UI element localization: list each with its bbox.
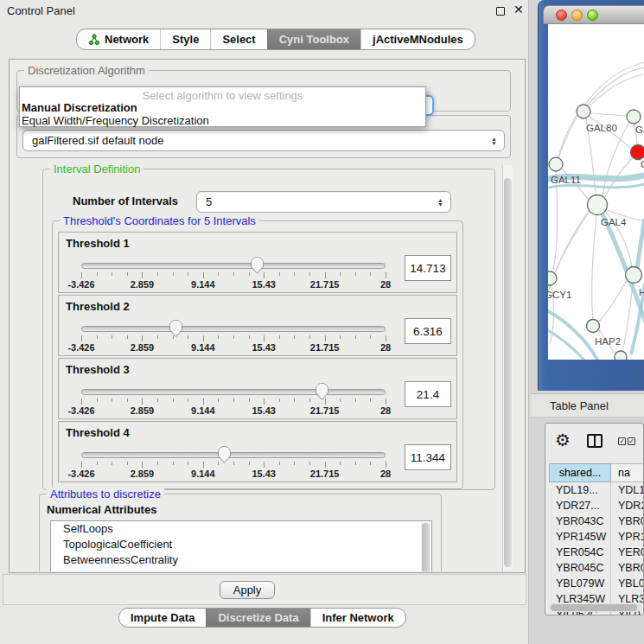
threshold-4-value-field[interactable]: 11.344 — [405, 444, 451, 470]
network-node-label: H — [639, 287, 644, 297]
network-canvas[interactable]: GAL80GACGAL11GAL4GCY1HHAP2 — [548, 24, 644, 360]
tab-select[interactable]: Select — [210, 29, 266, 49]
network-node-ga[interactable] — [627, 110, 641, 124]
cyni-mode-tabs: Impute Data Discretize Data Infer Networ… — [118, 608, 406, 628]
name-cell[interactable]: YBL0 — [611, 576, 644, 591]
threshold-1-label: Threshold 1 — [66, 237, 130, 250]
node-table: ⚙ ✓ ✓ shared... na YDL19...YDL1YDR27...Y… — [545, 423, 644, 615]
shared-name-cell[interactable]: YDR27... — [549, 498, 611, 513]
threshold-1-tick-labels: -3.4262.8599.14415.4321.71528 — [81, 279, 386, 290]
list-item[interactable]: TopologicalCoefficient — [51, 537, 431, 552]
shared-name-cell[interactable]: YPR145W — [549, 529, 611, 545]
network-node-gal80[interactable] — [577, 105, 590, 118]
table-row[interactable]: YBR043CYBR0 — [549, 513, 644, 529]
network-node-gal4[interactable] — [588, 195, 608, 215]
threshold-2-slider-track[interactable] — [81, 326, 386, 332]
table-row[interactable]: YER054CYER0 — [549, 545, 644, 560]
tab-network[interactable]: Network — [77, 29, 160, 49]
threshold-3-value-field[interactable]: 21.4 — [405, 381, 451, 407]
shared-name-cell[interactable]: YBR045C — [549, 560, 611, 576]
table-row[interactable]: YBR045CYBR0 — [549, 560, 644, 576]
name-cell[interactable]: YDR2 — [611, 498, 644, 513]
algorithm-option-manual[interactable]: Manual Discretization — [20, 100, 425, 113]
table-panel-titlebar: Table Panel — [531, 393, 644, 418]
threshold-3-slider-track[interactable] — [81, 389, 386, 395]
network-edge[interactable] — [590, 113, 627, 116]
tab-style[interactable]: Style — [160, 29, 210, 49]
list-item[interactable]: SelfLoops — [51, 521, 431, 537]
tab-jactivemnodules[interactable]: jActiveMNodules — [360, 29, 475, 49]
name-cell[interactable]: YPR1 — [611, 529, 644, 545]
column-header-shared-name[interactable]: shared... — [549, 463, 611, 482]
network-node-gal11[interactable] — [549, 157, 563, 171]
algorithm-group-title: Discretization Algorithm — [24, 64, 149, 77]
close-icon[interactable]: ✕ — [513, 3, 524, 16]
threshold-2-label: Threshold 2 — [66, 300, 130, 313]
list-scrollbar-thumb[interactable] — [422, 523, 430, 571]
apply-button[interactable]: Apply — [220, 581, 275, 599]
network-edge-highlighted[interactable] — [637, 219, 644, 268]
name-cell[interactable]: YER0 — [611, 545, 644, 560]
tab-impute-data[interactable]: Impute Data — [119, 609, 206, 627]
shared-name-cell[interactable]: YDL19... — [549, 482, 611, 498]
column-header-name[interactable]: na — [611, 463, 644, 482]
network-window-titlebar[interactable] — [543, 5, 644, 24]
axis-tick-label: 9.144 — [191, 342, 215, 353]
axis-tick-label: 28 — [380, 342, 391, 353]
name-cell[interactable]: YDL1 — [611, 482, 644, 498]
network-node-hap2[interactable] — [587, 320, 600, 333]
table-row[interactable]: YDR27...YDR2 — [549, 498, 644, 513]
shared-name-cell[interactable]: YBL079W — [549, 576, 611, 591]
name-cell[interactable]: YBR0 — [611, 560, 644, 576]
shared-name-cell[interactable]: YBR043C — [549, 513, 611, 529]
vertical-scrollbar — [502, 165, 513, 571]
zoom-traffic-light-icon[interactable] — [587, 10, 598, 21]
close-traffic-light-icon[interactable] — [556, 10, 567, 21]
tab-discretize-data[interactable]: Discretize Data — [206, 609, 309, 627]
minimize-traffic-light-icon[interactable] — [571, 10, 583, 21]
name-cell[interactable]: YBR0 — [611, 513, 644, 529]
threshold-2-value-field[interactable]: 6.316 — [405, 318, 451, 344]
network-edge[interactable] — [592, 215, 596, 319]
checkbox-filter-icons[interactable]: ✓ ✓ — [618, 437, 635, 445]
float-window-icon[interactable] — [496, 7, 505, 16]
threshold-4-ticks — [81, 462, 386, 469]
table-row[interactable]: YDL19...YDL1 — [549, 482, 644, 498]
checkbox-icon: ✓ — [618, 437, 626, 445]
gear-icon[interactable]: ⚙ — [555, 430, 571, 450]
network-edge-highlighted[interactable] — [548, 328, 587, 360]
control-panel-tabs: Network Style Select Cyni Toolbox jActiv… — [76, 29, 475, 50]
network-edge[interactable] — [622, 284, 633, 351]
number-of-intervals-combobox[interactable]: 5 ▲▼ — [196, 191, 451, 213]
table-rows: YDL19...YDL1YDR27...YDR2YBR043CYBR0YPR14… — [549, 482, 644, 615]
threshold-1-value-field[interactable]: 14.713 — [405, 255, 451, 281]
network-node-h[interactable] — [626, 267, 642, 284]
tab-cyni-toolbox[interactable]: Cyni Toolbox — [267, 29, 360, 49]
split-column-icon[interactable] — [587, 434, 603, 448]
threshold-4-slider-track[interactable] — [81, 452, 386, 458]
threshold-1-slider-track[interactable] — [81, 263, 386, 269]
network-node-partial[interactable] — [615, 351, 627, 360]
axis-tick-label: 21.715 — [310, 279, 340, 290]
network-node-label: GAL11 — [551, 175, 581, 185]
threshold-3-ticks — [81, 399, 386, 405]
network-node-label: GA — [635, 124, 644, 135]
tab-infer-network[interactable]: Infer Network — [310, 609, 405, 627]
threshold-2-ticks — [81, 335, 386, 342]
list-item[interactable]: BetweennessCentrality — [51, 552, 431, 568]
network-edge[interactable] — [548, 213, 589, 301]
algorithm-option-equal-width[interactable]: Equal Width/Frequency Discretization — [20, 113, 425, 126]
threshold-4-panel: Threshold 4 -3.4262.8599.14415.4321.7152… — [58, 421, 457, 482]
vertical-scrollbar-thumb[interactable] — [504, 178, 512, 567]
network-node-c[interactable] — [631, 145, 644, 160]
tab-jactivemnodules-label: jActiveMNodules — [373, 33, 463, 46]
network-edge[interactable] — [599, 280, 627, 322]
axis-tick-label: 15.43 — [252, 405, 276, 416]
table-data-combobox[interactable]: galFiltered.sif default node ▲▼ — [22, 130, 505, 151]
table-row[interactable]: YBL079WYBL0 — [549, 576, 644, 591]
table-row[interactable]: YPR145WYPR1 — [549, 529, 644, 545]
horizontal-scrollbar-thumb[interactable] — [551, 604, 637, 611]
shared-name-cell[interactable]: YER054C — [549, 545, 611, 560]
network-node-gcy1[interactable] — [548, 271, 557, 285]
apply-bar: Apply — [3, 574, 526, 605]
